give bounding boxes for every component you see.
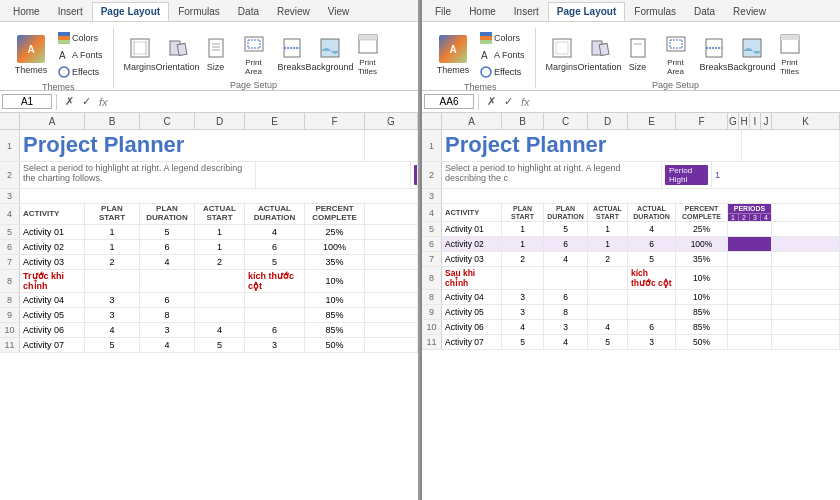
row-num-header-left bbox=[0, 113, 20, 129]
act07-row-left: 11 Activity 07 5 4 5 3 50% bbox=[0, 338, 418, 353]
act01-bar-right bbox=[728, 222, 772, 236]
tab-page-layout-right[interactable]: Page Layout bbox=[548, 2, 625, 21]
title-row-left: 1 Project Planner bbox=[0, 130, 418, 162]
size-btn-left[interactable]: Size bbox=[198, 30, 234, 78]
col-j-header-right[interactable]: J bbox=[761, 113, 772, 129]
tab-insert-left[interactable]: Insert bbox=[49, 2, 92, 21]
col-b-header-left[interactable]: B bbox=[85, 113, 140, 129]
col-d-header-left[interactable]: D bbox=[195, 113, 245, 129]
act01-row-right: 5 Activity 01 1 5 1 4 25% bbox=[422, 222, 840, 237]
tab-home-left[interactable]: Home bbox=[4, 2, 49, 21]
row-num-1-right: 1 bbox=[422, 130, 442, 161]
col-b-header-right[interactable]: B bbox=[502, 113, 544, 129]
act05-name-right: Activity 05 bbox=[442, 305, 502, 319]
themes-button-right[interactable]: A Themes bbox=[432, 33, 474, 77]
cancel-formula-btn-left[interactable]: ✗ bbox=[61, 94, 77, 110]
act04-pct-left: 10% bbox=[305, 270, 365, 292]
print-titles-btn-left[interactable]: Print Titles bbox=[350, 30, 386, 78]
cancel-formula-btn-right[interactable]: ✗ bbox=[483, 94, 499, 110]
confirm-formula-btn-left[interactable]: ✓ bbox=[78, 94, 94, 110]
breaks-btn-right[interactable]: Breaks bbox=[696, 30, 732, 78]
background-btn-left[interactable]: Background bbox=[312, 30, 348, 78]
col-d-header-right[interactable]: D bbox=[588, 113, 628, 129]
act05-ps-left: 3 bbox=[85, 308, 140, 322]
act03-as-left: 2 bbox=[195, 255, 245, 269]
act04-pd2-left: 6 bbox=[140, 293, 195, 307]
col-f-header-right[interactable]: F bbox=[676, 113, 728, 129]
act02-row-left: 6 Activity 02 1 6 1 6 100% bbox=[0, 240, 418, 255]
act07-row-right: 11 Activity 07 5 4 5 3 50% bbox=[422, 335, 840, 350]
act04-as2-left bbox=[195, 293, 245, 307]
formula-input-right[interactable] bbox=[535, 96, 838, 107]
col-e-header-right[interactable]: E bbox=[628, 113, 676, 129]
effects-btn-right[interactable]: Effects bbox=[476, 64, 529, 80]
col-g-header-left[interactable]: G bbox=[365, 113, 418, 129]
col-e-header-left[interactable]: E bbox=[245, 113, 305, 129]
tab-data-right[interactable]: Data bbox=[685, 2, 724, 21]
print-area-btn-left[interactable]: Print Area bbox=[236, 30, 272, 78]
act07-pd-right: 4 bbox=[544, 335, 588, 349]
subtitle-row-right: 2 Select a period to highlight at right.… bbox=[422, 162, 840, 189]
orientation-btn-left[interactable]: Orientation bbox=[160, 30, 196, 78]
fonts-btn-right[interactable]: A A Fonts bbox=[476, 47, 529, 63]
act01-name-right: Activity 01 bbox=[442, 222, 502, 236]
col-c-header-left[interactable]: C bbox=[140, 113, 195, 129]
print-area-btn-right[interactable]: Print Area bbox=[658, 30, 694, 78]
col-f-header-left[interactable]: F bbox=[305, 113, 365, 129]
confirm-formula-btn-right[interactable]: ✓ bbox=[500, 94, 516, 110]
th-plan-start-left: PLAN START bbox=[85, 204, 140, 224]
margins-btn-right[interactable]: Margins bbox=[544, 30, 580, 78]
tab-file-right[interactable]: File bbox=[426, 2, 460, 21]
tab-page-layout-left[interactable]: Page Layout bbox=[92, 2, 169, 21]
effects-icon-left bbox=[58, 66, 70, 78]
th-pct-right: PERCENTCOMPLETE bbox=[676, 204, 728, 221]
act05-as-left bbox=[195, 308, 245, 322]
tab-review-right[interactable]: Review bbox=[724, 2, 775, 21]
act06-extra-right bbox=[772, 320, 840, 334]
row3-cell-left bbox=[20, 189, 418, 203]
tab-data-left[interactable]: Data bbox=[229, 2, 268, 21]
formula-input-left[interactable] bbox=[113, 96, 416, 107]
name-box-right[interactable] bbox=[424, 94, 474, 109]
margins-btn-left[interactable]: Margins bbox=[122, 30, 158, 78]
colors-btn-left[interactable]: Colors bbox=[54, 30, 107, 46]
tab-view-left[interactable]: View bbox=[319, 2, 359, 21]
effects-btn-left[interactable]: Effects bbox=[54, 64, 107, 80]
print-titles-btn-right[interactable]: Print Titles bbox=[772, 30, 808, 78]
tab-formulas-left[interactable]: Formulas bbox=[169, 2, 229, 21]
tab-insert-right[interactable]: Insert bbox=[505, 2, 548, 21]
themes-button-left[interactable]: A Themes bbox=[10, 33, 52, 77]
col-k-header-right[interactable]: K bbox=[772, 113, 840, 129]
act06-ps-right: 4 bbox=[502, 320, 544, 334]
act07-name-right: Activity 07 bbox=[442, 335, 502, 349]
themes-group-inner: A Themes Colors A A Fonts bbox=[10, 30, 107, 80]
tab-review-left[interactable]: Review bbox=[268, 2, 319, 21]
act01-ps-left: 1 bbox=[85, 225, 140, 239]
act05-name-left: Activity 05 bbox=[20, 308, 85, 322]
subtitle-cell-left: Select a period to highlight at right. A… bbox=[20, 162, 256, 188]
tab-home-right[interactable]: Home bbox=[460, 2, 505, 21]
colors-btn-right[interactable]: Colors bbox=[476, 30, 529, 46]
page-setup-inner-right: Margins Orientation Size bbox=[544, 30, 808, 78]
background-btn-right[interactable]: Background bbox=[734, 30, 770, 78]
right-panel: File Home Insert Page Layout Formulas Da… bbox=[422, 0, 840, 500]
th-pct-left: PERCENT COMPLETE bbox=[305, 204, 365, 224]
col-c-header-right[interactable]: C bbox=[544, 113, 588, 129]
act02-extra-left bbox=[365, 240, 418, 254]
col-a-header-left[interactable]: A bbox=[20, 113, 85, 129]
act02-name-left: Activity 02 bbox=[20, 240, 85, 254]
col-g-header-right[interactable]: G bbox=[728, 113, 739, 129]
empty-1-right bbox=[742, 130, 840, 161]
tab-formulas-right[interactable]: Formulas bbox=[625, 2, 685, 21]
row-num-6-left: 6 bbox=[0, 240, 20, 254]
col-i-header-right[interactable]: I bbox=[750, 113, 761, 129]
col-a-header-right[interactable]: A bbox=[442, 113, 502, 129]
name-box-left[interactable] bbox=[2, 94, 52, 109]
act04-ps-left bbox=[85, 270, 140, 292]
fonts-btn-left[interactable]: A A Fonts bbox=[54, 47, 107, 63]
orientation-btn-right[interactable]: Orientation bbox=[582, 30, 618, 78]
breaks-btn-left[interactable]: Breaks bbox=[274, 30, 310, 78]
act05-ps-right: 3 bbox=[502, 305, 544, 319]
size-btn-right[interactable]: Size bbox=[620, 30, 656, 78]
col-h-header-right[interactable]: H bbox=[739, 113, 750, 129]
